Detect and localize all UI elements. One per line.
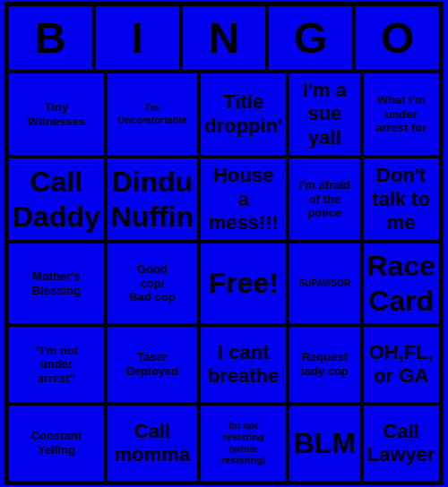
cell-label: BLM bbox=[294, 426, 356, 460]
cell-label: OH,FL, or GA bbox=[369, 341, 434, 389]
header-letter: G bbox=[267, 4, 354, 72]
bingo-cell[interactable]: Title droppin' bbox=[199, 72, 288, 157]
cell-label: I'm Uncomfortable bbox=[117, 102, 187, 125]
bingo-cell[interactable]: I cant breathe bbox=[199, 325, 288, 404]
cell-label: Don't talk to me bbox=[372, 164, 430, 235]
cell-label: SUPAVISOR bbox=[299, 278, 350, 289]
cell-label: Dindu Nuffin bbox=[111, 165, 194, 234]
cell-label: Im not resisting (while resisting) bbox=[221, 420, 266, 467]
bingo-cell[interactable]: Call Daddy bbox=[7, 157, 106, 242]
cell-label: Call Daddy bbox=[13, 165, 100, 234]
cell-label: What I'm under arrest for bbox=[375, 93, 426, 135]
bingo-header: BINGO bbox=[7, 4, 441, 72]
cell-label: I cant breathe bbox=[208, 341, 279, 389]
cell-label: Request lady cop bbox=[301, 350, 349, 378]
bingo-cell[interactable]: "I'm not under arrest" bbox=[7, 325, 106, 404]
cell-label: Taser Deployed bbox=[126, 350, 179, 378]
bingo-cell[interactable]: Don't talk to me bbox=[362, 157, 442, 242]
cell-label: "I'm not under arrest" bbox=[35, 344, 78, 386]
cell-label: Tiny Witnesses bbox=[28, 100, 85, 128]
cell-label: House a mess!!! bbox=[209, 164, 279, 235]
bingo-cell[interactable]: Good cop/ Bad cop bbox=[106, 242, 199, 325]
cell-label: Race Card bbox=[367, 249, 436, 318]
cell-label: Free! bbox=[209, 266, 279, 300]
bingo-cell[interactable]: BLM bbox=[288, 404, 361, 483]
bingo-cell[interactable]: Im not resisting (while resisting) bbox=[199, 404, 288, 483]
cell-label: Call momma bbox=[115, 420, 190, 467]
bingo-cell[interactable]: House a mess!!! bbox=[199, 157, 288, 242]
bingo-cell[interactable]: Tiny Witnesses bbox=[7, 72, 106, 157]
cell-label: I'm afraid of the police bbox=[299, 178, 350, 220]
cell-label: Call Lawyer bbox=[367, 420, 435, 467]
header-letter: B bbox=[7, 4, 94, 72]
header-letter: I bbox=[94, 4, 181, 72]
bingo-grid: Tiny WitnessesI'm UncomfortableTitle dro… bbox=[7, 72, 441, 483]
cell-label: Constant Yelling bbox=[31, 429, 82, 457]
bingo-cell[interactable]: I'm afraid of the police bbox=[288, 157, 361, 242]
bingo-cell[interactable]: I'm a sue yall bbox=[288, 72, 361, 157]
cell-label: Mother's Blessing bbox=[32, 269, 81, 297]
bingo-card: BINGO Tiny WitnessesI'm UncomfortableTit… bbox=[4, 2, 444, 485]
bingo-cell[interactable]: Taser Deployed bbox=[106, 325, 199, 404]
bingo-cell[interactable]: SUPAVISOR bbox=[288, 242, 361, 325]
bingo-cell[interactable]: Dindu Nuffin bbox=[106, 157, 199, 242]
bingo-cell[interactable]: Request lady cop bbox=[288, 325, 361, 404]
cell-label: Good cop/ Bad cop bbox=[129, 262, 175, 304]
bingo-cell[interactable]: What I'm under arrest for bbox=[362, 72, 442, 157]
header-letter: N bbox=[181, 4, 268, 72]
bingo-cell[interactable]: Call momma bbox=[106, 404, 199, 483]
bingo-cell[interactable]: I'm Uncomfortable bbox=[106, 72, 199, 157]
header-letter: O bbox=[354, 4, 441, 72]
bingo-cell[interactable]: Constant Yelling bbox=[7, 404, 106, 483]
cell-label: Title droppin' bbox=[204, 90, 282, 138]
bingo-cell[interactable]: Mother's Blessing bbox=[7, 242, 106, 325]
bingo-cell[interactable]: OH,FL, or GA bbox=[362, 325, 442, 404]
bingo-cell[interactable]: Call Lawyer bbox=[362, 404, 442, 483]
bingo-cell[interactable]: Free! bbox=[199, 242, 288, 325]
bingo-cell[interactable]: Race Card bbox=[362, 242, 442, 325]
cell-label: I'm a sue yall bbox=[303, 79, 347, 150]
